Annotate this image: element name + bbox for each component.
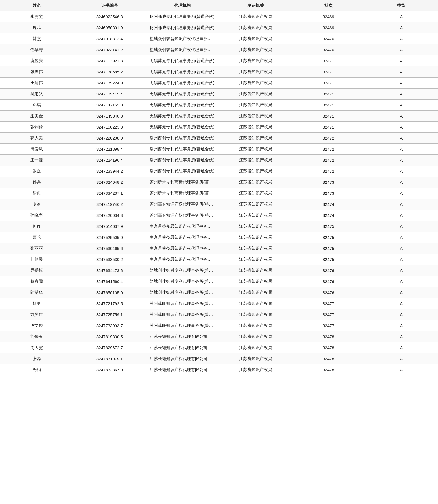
cell-20-2: 南京普睿益思知识产权代理事务所(普通合伙) bbox=[146, 232, 219, 243]
cell-23-3: 江苏省知识产权局 bbox=[219, 265, 292, 276]
cell-24-2: 盐城创佳智科专利代理事务所(普通合伙) bbox=[146, 276, 219, 287]
table-row: 田爱凤3247221898.4常州西创专利代理事务所(普通合伙)江苏省知识产权局… bbox=[0, 144, 438, 155]
cell-18-1: 3247420034.3 bbox=[73, 210, 146, 221]
cell-8-4: 32471 bbox=[292, 100, 365, 111]
cell-7-4: 32471 bbox=[292, 89, 365, 100]
table-row: 唐昱庆3247103921.8无锡苏元专利代理事务所(普通合伙)江苏省知识产权局… bbox=[0, 55, 438, 66]
cell-1-2: 扬州邗诚专利代理事务所(普通合伙) bbox=[146, 22, 219, 33]
table-row: 杨勇3247721792.5苏州苏旺知识产权代理事务所(普通合伙)江苏省知识产权… bbox=[0, 298, 438, 309]
cell-20-4: 32475 bbox=[292, 232, 365, 243]
cell-7-2: 无锡苏元专利代理事务所(普通合伙) bbox=[146, 89, 219, 100]
table-row: 曹花3247525505.0南京普睿益思知识产权代理事务所(普通合伙)江苏省知识… bbox=[0, 232, 438, 243]
cell-31-2: 江苏长德知识产权代理有限公司 bbox=[146, 353, 219, 364]
table-row: 蔡春儒3247641560.4盐城创佳智科专利代理事务所(普通合伙)江苏省知识产… bbox=[0, 276, 438, 287]
cell-31-0: 张源 bbox=[0, 353, 73, 364]
cell-11-4: 32472 bbox=[292, 133, 365, 144]
cell-26-0: 杨勇 bbox=[0, 298, 73, 309]
cell-26-1: 3247721792.5 bbox=[73, 298, 146, 309]
cell-30-4: 32478 bbox=[292, 342, 365, 353]
column-header-2: 代理机构 bbox=[146, 0, 219, 11]
cell-2-2: 盐城众创睿智知识产权代理事务所(普通合伙) bbox=[146, 33, 219, 44]
cell-23-4: 32476 bbox=[292, 265, 365, 276]
cell-12-4: 32472 bbox=[292, 144, 365, 155]
cell-5-3: 江苏省知识产权局 bbox=[219, 66, 292, 78]
cell-10-0: 张剑锋 bbox=[0, 122, 73, 133]
cell-29-5: A bbox=[365, 331, 438, 342]
cell-3-2: 盐城众创睿智知识产权代理事务所(普通合伙) bbox=[146, 44, 219, 55]
cell-31-1: 3247831079.1 bbox=[73, 353, 146, 364]
table-row: 李雯斐3246922546.8扬州邗诚专利代理事务所(普通合伙)江苏省知识产权局… bbox=[0, 11, 438, 22]
cell-7-5: A bbox=[365, 89, 438, 100]
cell-8-5: A bbox=[365, 100, 438, 111]
cell-15-5: A bbox=[365, 177, 438, 188]
table-row: 张磊3247233944.2常州西创专利代理事务所(普通合伙)江苏省知识产权局3… bbox=[0, 166, 438, 177]
table-row: 张源3247831079.1江苏长德知识产权代理有限公司江苏省知识产权局3247… bbox=[0, 353, 438, 364]
cell-5-1: 3247138585.2 bbox=[73, 66, 146, 78]
cell-3-3: 江苏省知识产权局 bbox=[219, 44, 292, 55]
cell-18-5: A bbox=[365, 210, 438, 221]
cell-1-3: 江苏省知识产权局 bbox=[219, 22, 292, 33]
cell-7-3: 江苏省知识产权局 bbox=[219, 89, 292, 100]
cell-32-4: 32478 bbox=[292, 364, 365, 375]
table-row: 乔岳标3247634473.6盐城创佳智科专利代理事务所(普通合伙)江苏省知识产… bbox=[0, 265, 438, 276]
table-row: 周天雯3247829672.7江苏长德知识产权代理有限公司江苏省知识产权局324… bbox=[0, 342, 438, 353]
column-header-0: 姓名 bbox=[0, 0, 73, 11]
cell-26-5: A bbox=[365, 298, 438, 309]
column-header-1: 证书编号 bbox=[73, 0, 146, 11]
cell-12-2: 常州西创专利代理事务所(普通合伙) bbox=[146, 144, 219, 155]
cell-24-1: 3247641560.4 bbox=[73, 276, 146, 287]
cell-14-1: 3247233944.2 bbox=[73, 166, 146, 177]
cell-3-1: 3247023141.2 bbox=[73, 44, 146, 55]
cell-26-4: 32477 bbox=[292, 298, 365, 309]
cell-0-5: A bbox=[365, 11, 438, 22]
cell-29-4: 32478 bbox=[292, 331, 365, 342]
cell-6-3: 江苏省知识产权局 bbox=[219, 78, 292, 89]
cell-10-5: A bbox=[365, 122, 438, 133]
cell-17-2: 苏州高专知识产权代理事务所(特殊普通合伙) bbox=[146, 199, 219, 210]
cell-5-5: A bbox=[365, 66, 438, 78]
cell-1-1: 3246950301.9 bbox=[73, 22, 146, 33]
cell-23-2: 盐城创佳智科专利代理事务所(普通合伙) bbox=[146, 265, 219, 276]
table-row: 陆慧华3247650105.0盐城创佳智科专利代理事务所(普通合伙)江苏省知识产… bbox=[0, 287, 438, 298]
table-row: 邓琪3247147152.0无锡苏元专利代理事务所(普通合伙)江苏省知识产权局3… bbox=[0, 100, 438, 111]
cell-15-1: 3247324648.2 bbox=[73, 177, 146, 188]
table-row: 孙兵3247324648.2苏州所术专利商标代理事务所(普通合伙)江苏省知识产权… bbox=[0, 177, 438, 188]
cell-3-4: 32470 bbox=[292, 44, 365, 55]
cell-21-2: 南京普睿益思知识产权代理事务所(普通合伙) bbox=[146, 243, 219, 254]
cell-17-3: 江苏省知识产权局 bbox=[219, 199, 292, 210]
cell-28-5: A bbox=[365, 320, 438, 331]
cell-18-0: 孙晓宇 bbox=[0, 210, 73, 221]
cell-11-3: 江苏省知识产权局 bbox=[219, 133, 292, 144]
cell-16-1: 3247334237.1 bbox=[73, 188, 146, 199]
cell-28-1: 3247733993.7 bbox=[73, 320, 146, 331]
table-row: 韩燕3247018812.4盐城众创睿智知识产权代理事务所(普通合伙)江苏省知识… bbox=[0, 33, 438, 44]
cell-9-1: 3247149840.8 bbox=[73, 111, 146, 122]
cell-25-2: 盐城创佳智科专利代理事务所(普通合伙) bbox=[146, 287, 219, 298]
cell-29-3: 江苏省知识产权局 bbox=[219, 331, 292, 342]
cell-5-4: 32471 bbox=[292, 66, 365, 78]
cell-30-5: A bbox=[365, 342, 438, 353]
cell-31-4: 32478 bbox=[292, 353, 365, 364]
cell-4-2: 无锡苏元专利代理事务所(普通合伙) bbox=[146, 55, 219, 66]
cell-29-2: 江苏长德知识产权代理有限公司 bbox=[146, 331, 219, 342]
cell-28-4: 32477 bbox=[292, 320, 365, 331]
cell-13-0: 王一源 bbox=[0, 155, 73, 166]
cell-12-0: 田爱凤 bbox=[0, 144, 73, 155]
cell-25-5: A bbox=[365, 287, 438, 298]
cell-28-0: 冯文俊 bbox=[0, 320, 73, 331]
cell-12-3: 江苏省知识产权局 bbox=[219, 144, 292, 155]
table-row: 冯文俊3247733993.7苏州苏旺知识产权代理事务所(普通合伙)江苏省知识产… bbox=[0, 320, 438, 331]
main-table: 姓名证书编号代理机构发证机关批次类型 李雯斐3246922546.8扬州邗诚专利… bbox=[0, 0, 438, 375]
cell-2-0: 韩燕 bbox=[0, 33, 73, 44]
cell-30-3: 江苏省知识产权局 bbox=[219, 342, 292, 353]
cell-9-5: A bbox=[365, 111, 438, 122]
cell-5-0: 张洪伟 bbox=[0, 66, 73, 78]
cell-27-5: A bbox=[365, 309, 438, 320]
table-row: 冷冷3247419746.2苏州高专知识产权代理事务所(特殊普通合伙)江苏省知识… bbox=[0, 199, 438, 210]
column-header-5: 类型 bbox=[365, 0, 438, 11]
cell-17-0: 冷冷 bbox=[0, 199, 73, 210]
cell-22-3: 江苏省知识产权局 bbox=[219, 254, 292, 265]
cell-0-2: 扬州邗诚专利代理事务所(普通合伙) bbox=[146, 11, 219, 22]
cell-2-4: 32470 bbox=[292, 33, 365, 44]
cell-24-0: 蔡春儒 bbox=[0, 276, 73, 287]
